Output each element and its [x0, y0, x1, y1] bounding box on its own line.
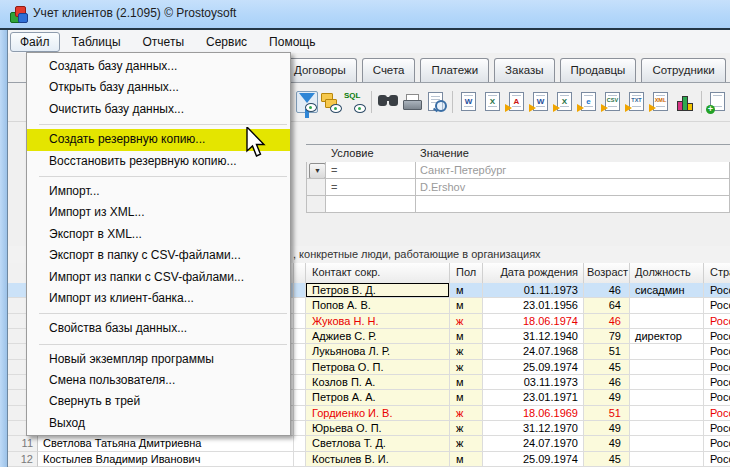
menu-item-export-xml[interactable]: Экспорт в XML... [27, 224, 290, 245]
export-txt-icon[interactable]: TXT [626, 91, 648, 113]
cell-pos[interactable]: директор [630, 329, 704, 344]
excel-report-icon[interactable]: X [482, 91, 504, 113]
export-excel-icon[interactable]: X [554, 91, 576, 113]
col-header-birthdate[interactable]: Дата рождения [483, 263, 584, 283]
cell-gap[interactable] [294, 314, 306, 329]
cell-age[interactable]: 49 [584, 390, 630, 405]
cell-gap[interactable] [294, 421, 306, 436]
cell-country[interactable]: Россия [704, 344, 730, 359]
cell-country[interactable]: Россия [704, 390, 730, 405]
cell-pos[interactable] [630, 406, 704, 421]
cell-gap[interactable] [294, 375, 306, 390]
filter-value-cell[interactable] [416, 196, 730, 213]
filter-view-icon[interactable] [296, 91, 318, 113]
col-header-contact-short[interactable]: Контакт сокр. [306, 263, 450, 283]
menu-item-export-csv-folder[interactable]: Экспорт в папку с CSV-файлами... [27, 245, 290, 266]
cell-pos[interactable] [630, 360, 704, 375]
cell-gender[interactable]: м [450, 298, 483, 313]
cell-pos[interactable] [630, 344, 704, 359]
menu-item-exit[interactable]: Выход [27, 413, 290, 434]
menubar-item-help[interactable]: Помощь [259, 32, 325, 52]
col-header-age[interactable]: Возраст [584, 263, 630, 283]
cell-gap[interactable] [294, 452, 306, 467]
cell-num[interactable]: 11 [8, 436, 38, 451]
cell-age[interactable]: 79 [584, 329, 630, 344]
cell-gap[interactable] [294, 360, 306, 375]
cell-short[interactable]: Козлов П. А. [306, 375, 450, 390]
cell-short[interactable]: Жукова Н. Н. [306, 314, 450, 329]
cell-birth[interactable]: 03.11.1973 [483, 375, 584, 390]
cell-short[interactable]: Петров А. А. [306, 390, 450, 405]
cell-gender[interactable]: ж [450, 360, 483, 375]
cell-num[interactable]: 12 [8, 452, 38, 467]
cell-gap[interactable] [294, 436, 306, 451]
cell-age[interactable]: 46 [584, 375, 630, 390]
menu-item-clear-db[interactable]: Очистить базу данных... [27, 99, 290, 120]
cell-short[interactable]: Аджиев С. Р. [306, 329, 450, 344]
chart-icon[interactable] [674, 91, 696, 113]
cell-gap[interactable] [294, 329, 306, 344]
cell-short[interactable]: Петров В. Д. [306, 283, 450, 298]
cell-country[interactable]: Россия [704, 421, 730, 436]
cell-full[interactable]: Светлова Татьяна Дмитриевна [38, 436, 294, 451]
cell-pos[interactable] [630, 314, 704, 329]
cell-birth[interactable]: 23.01.1956 [483, 298, 584, 313]
col-header-gender[interactable]: Пол [450, 263, 483, 283]
cell-age[interactable]: 46 [584, 314, 630, 329]
cell-gender[interactable]: м [450, 390, 483, 405]
export-csv-icon[interactable]: CSV [602, 91, 624, 113]
cell-gap[interactable] [294, 406, 306, 421]
cell-gap[interactable] [294, 298, 306, 313]
cell-age[interactable]: 51 [584, 344, 630, 359]
cell-age[interactable]: 46 [584, 283, 630, 298]
cell-birth[interactable]: 01.11.1973 [483, 283, 584, 298]
menu-item-change-user[interactable]: Смена пользователя... [27, 370, 290, 391]
cell-pos[interactable] [630, 436, 704, 451]
cell-pos[interactable]: сисадмин [630, 283, 704, 298]
col-header-country[interactable]: Страна [704, 263, 730, 283]
cell-gap[interactable] [294, 390, 306, 405]
word-report-icon[interactable]: W [458, 91, 480, 113]
menu-item-minimize-tray[interactable]: Свернуть в трей [27, 391, 290, 412]
cell-birth[interactable]: 18.06.1969 [483, 406, 584, 421]
cell-gender[interactable]: ж [450, 314, 483, 329]
cell-pos[interactable] [630, 421, 704, 436]
folders-view-icon[interactable] [320, 91, 342, 113]
print-icon[interactable] [401, 91, 423, 113]
filter-value-cell[interactable]: Санкт-Петербург [416, 162, 730, 179]
tab-orders[interactable]: Заказы [494, 58, 554, 82]
export-word-icon[interactable]: W [530, 91, 552, 113]
cell-short[interactable]: Петрова О. П. [306, 360, 450, 375]
cell-pos[interactable] [630, 390, 704, 405]
cell-short[interactable]: Юрьева О. П. [306, 421, 450, 436]
cell-gap[interactable] [294, 283, 306, 298]
print-preview-icon[interactable] [425, 91, 447, 113]
cell-country[interactable]: Россия [704, 329, 730, 344]
export-pdf-icon[interactable]: A [506, 91, 528, 113]
tab-employees[interactable]: Сотрудники [641, 58, 725, 82]
menu-item-import-client-bank[interactable]: Импорт из клиент-банка... [27, 288, 290, 309]
cell-short[interactable]: Лукьянова Л. Р. [306, 344, 450, 359]
cell-gender[interactable]: ж [450, 421, 483, 436]
cell-gender[interactable]: ж [450, 344, 483, 359]
menubar-item-reports[interactable]: Отчеты [133, 32, 194, 52]
cell-country[interactable]: Россия [704, 298, 730, 313]
tab-contracts[interactable]: Договоры [283, 58, 357, 82]
cell-birth[interactable]: 25.09.1974 [483, 360, 584, 375]
tab-invoices[interactable]: Счета [362, 58, 416, 82]
menubar-item-service[interactable]: Сервис [196, 32, 257, 52]
menubar-item-file[interactable]: Файл [10, 32, 60, 52]
cell-birth[interactable]: 31.12.1970 [483, 421, 584, 436]
cell-birth[interactable]: 31.12.1940 [483, 329, 584, 344]
menu-item-create-db[interactable]: Создать базу данных... [27, 56, 290, 77]
cell-country[interactable]: Россия [704, 283, 730, 298]
filter-value-cell[interactable]: D.Ershov [416, 179, 730, 196]
menu-item-open-db[interactable]: Открыть базу данных... [27, 77, 290, 98]
menu-item-new-instance[interactable]: Новый экземпляр программы [27, 349, 290, 370]
cell-gender[interactable]: ж [450, 406, 483, 421]
cell-birth[interactable]: 25.09.1974 [483, 452, 584, 467]
table-row[interactable]: 12Костылев Владимир ИвановичКостылев В. … [8, 452, 730, 467]
cell-age[interactable]: 51 [584, 406, 630, 421]
cell-age[interactable]: 49 [584, 421, 630, 436]
cell-pos[interactable] [630, 452, 704, 467]
